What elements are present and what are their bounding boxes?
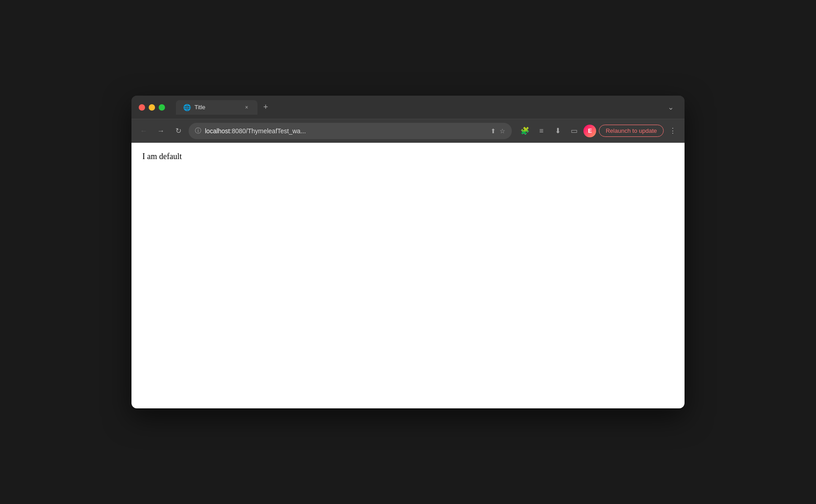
bookmark-icon[interactable]: ☆	[500, 127, 505, 135]
playlist-icon: ≡	[539, 127, 544, 135]
tabs-area: 🌐 Title × +	[176, 100, 659, 115]
reload-icon: ↻	[175, 126, 181, 135]
forward-icon: →	[157, 127, 165, 135]
address-bold: localhost	[205, 127, 230, 135]
active-tab[interactable]: 🌐 Title ×	[176, 100, 257, 115]
tabs-dropdown-button[interactable]: ⌄	[664, 101, 677, 113]
relaunch-button[interactable]: Relaunch to update	[599, 125, 664, 137]
title-bar: 🌐 Title × + ⌄	[131, 96, 685, 119]
maximize-button[interactable]	[159, 104, 165, 111]
back-icon: ←	[140, 127, 147, 135]
tab-title: Title	[194, 104, 239, 111]
address-bar[interactable]: ⓘ localhost:8080/ThymeleafTest_wa... ⬆ ☆	[189, 123, 512, 139]
info-icon: ⓘ	[195, 127, 201, 135]
profile-avatar[interactable]: E	[583, 125, 596, 137]
minimize-button[interactable]	[149, 104, 155, 111]
profile-letter: E	[588, 127, 592, 134]
tab-close-button[interactable]: ×	[243, 104, 250, 111]
browser-window: 🌐 Title × + ⌄ ← → ↻ ⓘ localhost:8080/Thy…	[131, 96, 685, 408]
extensions-button[interactable]: 🧩	[518, 124, 532, 138]
forward-button[interactable]: →	[154, 124, 168, 138]
sidebar-icon: ▭	[571, 126, 578, 135]
traffic-lights	[139, 104, 165, 111]
download-icon: ⬇	[555, 126, 561, 135]
more-options-button[interactable]: ⋮	[666, 125, 679, 137]
toolbar-icons: 🧩 ≡ ⬇ ▭ E Relaunch to update ⋮	[518, 124, 679, 138]
reading-list-button[interactable]: ≡	[534, 124, 548, 138]
sidebar-button[interactable]: ▭	[567, 124, 581, 138]
relaunch-label: Relaunch to update	[606, 127, 657, 134]
address-text: localhost:8080/ThymeleafTest_wa...	[205, 127, 487, 135]
nav-bar: ← → ↻ ⓘ localhost:8080/ThymeleafTest_wa.…	[131, 119, 685, 143]
page-content: I am default	[131, 143, 685, 408]
share-icon[interactable]: ⬆	[491, 127, 496, 135]
close-button[interactable]	[139, 104, 145, 111]
address-rest: :8080/ThymeleafTest_wa...	[230, 127, 306, 135]
extensions-icon: 🧩	[520, 126, 529, 135]
back-button[interactable]: ←	[137, 124, 151, 138]
reload-button[interactable]: ↻	[171, 124, 185, 138]
download-button[interactable]: ⬇	[551, 124, 564, 138]
page-text: I am default	[142, 152, 674, 161]
more-icon: ⋮	[669, 126, 676, 135]
tab-globe-icon: 🌐	[183, 104, 191, 111]
new-tab-button[interactable]: +	[259, 101, 272, 114]
